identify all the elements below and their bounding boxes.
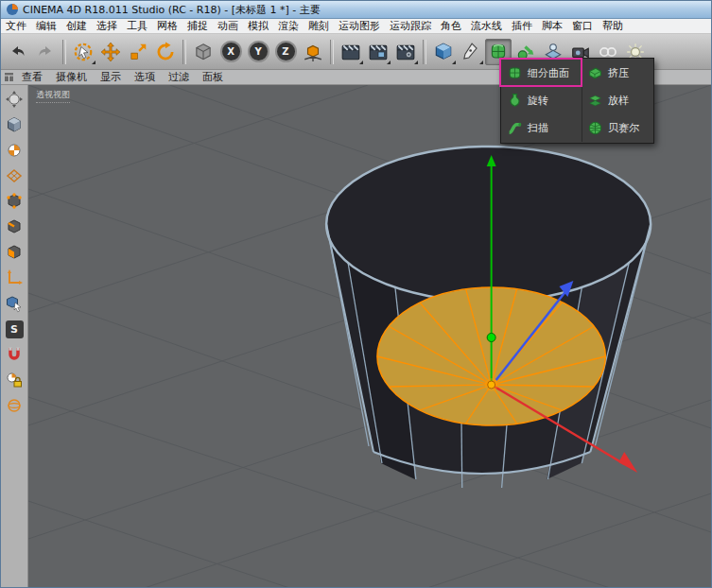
menu-plugins[interactable]: 插件 [507, 19, 537, 33]
menu-animate[interactable]: 动画 [213, 19, 243, 33]
window-title: CINEMA 4D R18.011 Studio (RC - R18) - [未… [23, 3, 321, 17]
lathe-icon [506, 93, 523, 110]
toolbar-separator [423, 40, 426, 64]
move-icon [100, 42, 121, 62]
add-spline-button[interactable] [458, 39, 484, 65]
app-icon [6, 3, 19, 16]
axis-lock-button[interactable] [3, 394, 26, 417]
workplane-lock-button[interactable] [3, 369, 26, 391]
axis-rings-icon [5, 396, 24, 415]
z-axis-label: Z [275, 41, 297, 62]
model-mode-icon [5, 115, 24, 134]
redo-button[interactable] [32, 39, 59, 65]
viewport-label: 透视视图 [36, 89, 70, 103]
points-mode-button[interactable] [3, 190, 26, 213]
vp-menu-panel[interactable]: 面板 [197, 70, 229, 84]
menu-item-label: 旋转 [528, 94, 548, 108]
menu-edit[interactable]: 编辑 [31, 19, 61, 33]
add-primitive-button[interactable] [430, 39, 457, 65]
points-mode-icon [5, 192, 24, 211]
mode-palette: S [1, 85, 28, 588]
menu-item-extrude[interactable]: 挤压 [582, 60, 652, 87]
menu-tools[interactable]: 工具 [122, 19, 152, 33]
undo-button[interactable] [5, 39, 31, 65]
y-axis-handle[interactable] [487, 334, 495, 342]
menu-item-lathe[interactable]: 旋转 [502, 87, 582, 114]
undo-icon [9, 43, 27, 61]
gizmo-origin[interactable] [488, 381, 495, 389]
menu-motion-tracker[interactable]: 运动跟踪 [385, 19, 436, 33]
dropdown-right-column: 挤压 放样 贝赛尔 [582, 60, 652, 142]
menu-script[interactable]: 脚本 [537, 19, 567, 33]
rotate-icon [155, 42, 176, 62]
menu-sculpt[interactable]: 雕刻 [304, 19, 334, 33]
coordinate-system-button[interactable] [300, 39, 326, 65]
flyout-arrow-icon [452, 61, 456, 64]
menu-snap[interactable]: 捕捉 [182, 19, 213, 33]
x-axis-lock-button[interactable]: X [217, 39, 244, 65]
move-tool-button[interactable] [97, 39, 124, 65]
texture-mode-icon [5, 141, 24, 160]
texture-mode-button[interactable] [3, 139, 26, 162]
menu-item-loft[interactable]: 放样 [582, 87, 652, 114]
vp-menu-filter[interactable]: 过滤 [163, 70, 195, 84]
vp-menu-options[interactable]: 选项 [129, 70, 161, 84]
scale-icon [128, 42, 148, 62]
viewport[interactable]: 透视视图 [28, 85, 711, 588]
render-view-icon [340, 42, 361, 62]
model-mode-button[interactable] [3, 113, 26, 136]
live-selection-button[interactable] [70, 39, 96, 65]
menu-item-sweep[interactable]: 扫描 [502, 114, 582, 142]
generator-dropdown-menu: 细分曲面 旋转 扫描 挤压 [500, 58, 654, 144]
workplane-mode-button[interactable] [3, 164, 26, 187]
magnet-snap-button[interactable] [3, 343, 26, 366]
x-axis-label: X [220, 41, 242, 62]
enable-axis-button[interactable] [3, 267, 26, 289]
menu-mograph[interactable]: 运动图形 [334, 19, 385, 33]
tweak-mode-icon [5, 294, 24, 313]
sweep-icon [506, 120, 523, 137]
render-picture-viewer-icon [368, 42, 389, 62]
snap-toggle-button[interactable]: S [3, 318, 26, 340]
workplane-icon [5, 166, 24, 185]
make-editable-button[interactable] [3, 88, 26, 111]
last-tool-icon [193, 42, 214, 62]
main-menubar: 文件 编辑 创建 选择 工具 网格 捕捉 动画 模拟 渲染 雕刻 运动图形 运动… [1, 19, 711, 34]
edges-mode-icon [5, 217, 24, 236]
y-axis-lock-button[interactable]: Y [245, 39, 271, 65]
workplane-lock-icon [5, 371, 24, 389]
menu-file[interactable]: 文件 [1, 19, 31, 33]
menu-pipeline[interactable]: 流水线 [466, 19, 507, 33]
menu-item-bezier[interactable]: 贝赛尔 [582, 114, 652, 142]
pen-icon [460, 42, 481, 62]
rotate-tool-button[interactable] [152, 39, 179, 65]
tweak-mode-button[interactable] [3, 292, 26, 315]
subdivision-surface-icon [506, 65, 523, 82]
vp-menu-view[interactable]: 查看 [16, 70, 48, 84]
vp-menu-cameras[interactable]: 摄像机 [50, 70, 93, 84]
render-picture-viewer-button[interactable] [365, 39, 391, 65]
scale-tool-button[interactable] [125, 39, 151, 65]
polygons-mode-button[interactable] [3, 241, 26, 264]
menu-simulate[interactable]: 模拟 [243, 19, 273, 33]
last-used-tool-button[interactable] [190, 39, 217, 65]
menu-mesh[interactable]: 网格 [152, 19, 182, 33]
flyout-arrow-icon [414, 61, 418, 64]
live-selection-icon [73, 42, 94, 62]
menu-window[interactable]: 窗口 [567, 19, 598, 33]
dropdown-left-column: 细分曲面 旋转 扫描 [502, 60, 582, 142]
render-view-button[interactable] [338, 39, 364, 65]
menu-select[interactable]: 选择 [92, 19, 122, 33]
z-axis-lock-button[interactable]: Z [272, 39, 299, 65]
render-settings-button[interactable] [392, 39, 419, 65]
menu-render[interactable]: 渲染 [273, 19, 304, 33]
menu-item-subdivision-surface[interactable]: 细分曲面 [502, 60, 582, 87]
viewport-canvas[interactable] [28, 85, 711, 588]
menu-help[interactable]: 帮助 [598, 19, 628, 33]
edges-mode-button[interactable] [3, 216, 26, 238]
menu-create[interactable]: 创建 [61, 19, 92, 33]
vp-menu-display[interactable]: 显示 [95, 70, 127, 84]
menu-character[interactable]: 角色 [436, 19, 466, 33]
viewport-panel-icon[interactable] [4, 72, 14, 82]
title-bar[interactable]: CINEMA 4D R18.011 Studio (RC - R18) - [未… [1, 1, 711, 19]
